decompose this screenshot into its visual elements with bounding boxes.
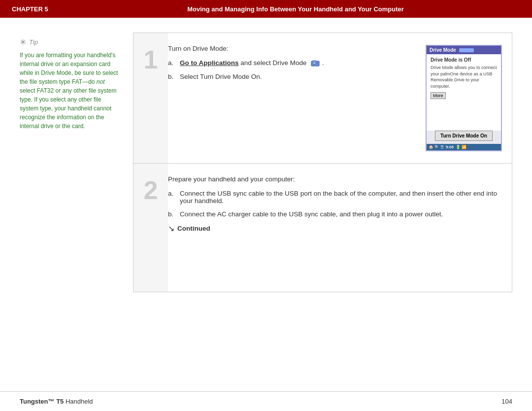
step-1-item-b: b. Select Turn Drive Mode On.: [168, 73, 416, 80]
main-content: ✳ Tip If you are formatting your handhel…: [0, 18, 532, 391]
step-1-inner: Turn on Drive Mode: a. Go to Application…: [168, 45, 502, 151]
taskbar-search-icon: 🔍: [434, 145, 439, 149]
widget-body: Drive Mode is Off Drive Mode allows you …: [427, 54, 501, 131]
footer-brand: Tungsten™ T5 Handheld: [20, 398, 93, 405]
svg-rect-0: [311, 61, 319, 66]
step-1-a-bold: Go to Applications: [180, 59, 239, 67]
step-2-item-b: b. Connect the AC charger cable to the U…: [168, 210, 502, 218]
taskbar-menu-icon: ☰: [440, 145, 444, 149]
step-2-b-label: b.: [168, 210, 177, 218]
header-title: Moving and Managing Info Between Your Ha…: [71, 5, 520, 13]
footer-page-number: 104: [501, 398, 512, 405]
step-1-a-rest: and select Drive Mode: [239, 59, 307, 67]
widget-title-label: Drive Mode: [430, 47, 456, 53]
tip-star-icon: ✳: [20, 37, 26, 47]
tip-text: If you are formatting your handheld's in…: [20, 51, 118, 131]
sidebar-tip: ✳ Tip If you are formatting your handhel…: [20, 33, 118, 381]
step-2-content: Prepare your handheld and your computer:…: [168, 164, 512, 292]
widget-titlebar: Drive Mode: [427, 46, 501, 54]
chapter-label: CHAPTER 5: [12, 5, 71, 13]
step-2-box: 2 Prepare your handheld and your compute…: [133, 164, 512, 292]
svg-rect-1: [312, 60, 316, 62]
taskbar-battery-icon: 🔋: [456, 145, 461, 149]
taskbar-home-icon: 🏠: [429, 145, 433, 149]
step-1-item-a: a. Go to Applications and select Drive M…: [168, 59, 416, 67]
widget-taskbar: 🏠 🔍 ☰ 5:05 🔋 📶: [427, 144, 501, 150]
widget-title-text: Drive Mode is Off: [431, 57, 497, 63]
tip-header: ✳ Tip: [20, 37, 118, 47]
step-2-b-text: Connect the AC charger cable to the USB …: [180, 210, 443, 218]
svg-rect-2: [313, 63, 315, 64]
step-1-a-label: a.: [168, 59, 177, 67]
step-1-number: 1: [144, 47, 158, 72]
footer-brand-text: Tungsten™ T5: [20, 398, 64, 405]
step-2-intro: Prepare your handheld and your computer:: [168, 175, 502, 183]
step-1-number-col: 1: [133, 33, 168, 163]
step-1-intro: Turn on Drive Mode:: [168, 45, 416, 52]
step-2-number: 2: [144, 177, 158, 203]
steps-area: 1 Turn on Drive Mode: a. Go to Applicati…: [133, 33, 512, 381]
continued-label: Continued: [177, 225, 210, 232]
widget-more-button[interactable]: More: [431, 92, 446, 99]
step-2-a-label: a.: [168, 190, 177, 197]
tip-label: Tip: [29, 38, 38, 46]
step-1-b-label: b.: [168, 73, 177, 80]
taskbar-time: 5:05: [446, 145, 454, 149]
widget-turn-on-button[interactable]: Turn Drive Mode On: [435, 131, 493, 141]
continued-arrow-icon: ↘: [168, 224, 174, 233]
widget-btn-row: Turn Drive Mode On: [427, 131, 501, 141]
step-2-number-col: 2: [133, 164, 168, 292]
taskbar-right-icons: 🔋 📶: [456, 145, 466, 149]
step-2-a-text: Connect the USB sync cable to the USB po…: [180, 190, 502, 205]
step-1-box: 1 Turn on Drive Mode: a. Go to Applicati…: [133, 33, 512, 164]
step-1-b-text: Select Turn Drive Mode On.: [180, 73, 262, 80]
step-1-text: Turn on Drive Mode: a. Go to Application…: [168, 45, 416, 86]
taskbar-icons: 🏠 🔍 ☰: [429, 145, 444, 149]
page-footer: Tungsten™ T5 Handheld 104: [0, 391, 532, 411]
svg-point-3: [317, 64, 318, 66]
widget-desc: Drive Mode allows you to connect your pa…: [431, 65, 497, 89]
step-1-content: Turn on Drive Mode: a. Go to Application…: [168, 33, 512, 163]
steps-wrapper: 1 Turn on Drive Mode: a. Go to Applicati…: [133, 33, 512, 292]
taskbar-signal-icon: 📶: [462, 145, 466, 149]
widget-titlebar-dot: [459, 48, 474, 52]
continued-row: ↘ Continued: [168, 224, 502, 233]
drive-icon: [310, 59, 320, 67]
page-header: CHAPTER 5 Moving and Managing Info Betwe…: [0, 0, 532, 18]
step-1-a-text: Go to Applications and select Drive Mode: [180, 59, 324, 67]
drive-mode-widget: Drive Mode Drive Mode is Off Drive Mode …: [426, 45, 502, 151]
widget-spacer: [431, 103, 497, 128]
step-2-item-a: a. Connect the USB sync cable to the USB…: [168, 190, 502, 205]
